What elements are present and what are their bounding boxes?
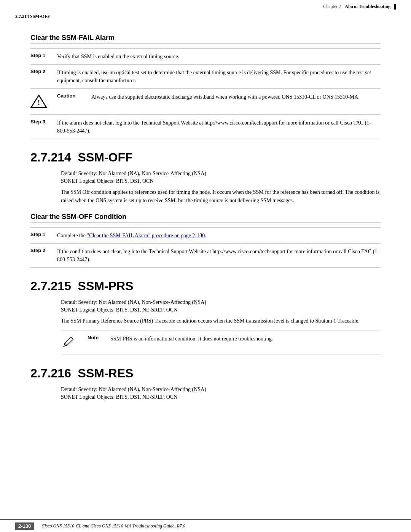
ssm-off-severity-1: Default Severity: Not Alarmed (NA), Non-… <box>61 171 381 177</box>
footer-text: Cisco ONS 15310-CL and Cisco ONS 15310-M… <box>41 523 185 529</box>
caution-row: ! Caution Always use the supplied electr… <box>30 89 381 115</box>
step-1-content: Verify that SSM is enabled on the extern… <box>57 49 381 65</box>
step-3-content: If the alarm does not clear, log into th… <box>57 115 381 139</box>
page-header: Chapter 2 Alarm Troubleshooting <box>0 0 411 12</box>
step-1-label: Step 1 <box>30 49 57 65</box>
svg-text:!: ! <box>38 99 40 107</box>
ssm-res-description-block: Default Severity: Not Alarmed (NA), Non-… <box>61 387 381 400</box>
table-row: Step 3 If the alarm does not clear, log … <box>30 115 381 139</box>
ssm-res-name: SSM-RES <box>78 366 134 380</box>
note-container: Note SSM-PRS is an informational conditi… <box>61 331 381 355</box>
ssm-prs-description-block: Default Severity: Not Alarmed (NA), Non-… <box>61 299 381 355</box>
page-footer: 2-130 Cisco ONS 15310-CL and Cisco ONS 1… <box>0 519 411 532</box>
ssm-prs-name: SSM-PRS <box>78 279 134 293</box>
header-title: Alarm Troubleshooting <box>345 4 390 10</box>
ssm-res-severity-2: SONET Logical Objects: BITS, DS1, NE-SRE… <box>61 394 381 400</box>
clear-ssm-fail-title: Clear the SSM-FAIL Alarm <box>30 34 381 44</box>
ssm-prs-severity-2: SONET Logical Objects: BITS, DS1, NE-SRE… <box>61 307 381 313</box>
ssm-off-severity-2: SONET Logical Objects: BITS, DS1, OCN <box>61 178 381 184</box>
ssm-off-num: 2.7.214 <box>30 150 71 164</box>
table-row: Step 1 Verify that SSM is enabled on the… <box>30 49 381 65</box>
step-2-label: Step 2 <box>30 65 57 89</box>
ssm-off-step-1-content: Complete the "Clear the SSM-FAIL Alarm" … <box>57 227 381 243</box>
ssm-off-description: The SSM Off condition applies to referen… <box>61 188 381 205</box>
ssm-off-step-2-label: Step 2 <box>30 243 57 267</box>
ssm-off-description-block: Default Severity: Not Alarmed (NA), Non-… <box>61 171 381 205</box>
caution-triangle-icon: ! <box>30 94 47 109</box>
table-row: Step 2 If timing is enabled, use an opti… <box>30 65 381 89</box>
caution-label: Caution <box>57 93 91 99</box>
header-chapter: Chapter 2 <box>323 4 341 10</box>
ssm-off-step-2-content: If the condition does not clear, log int… <box>57 243 381 267</box>
ssm-res-severity-1: Default Severity: Not Alarmed (NA), Non-… <box>61 387 381 393</box>
note-label: Note <box>88 335 110 340</box>
ssm-prs-description: The SSM Primary Reference Source (PRS) T… <box>61 317 381 325</box>
ssm-off-name: SSM-OFF <box>78 150 133 164</box>
clear-ssm-off-title: Clear the SSM-OFF Condition <box>30 213 381 223</box>
caution-container: ! Caution Always use the supplied electr… <box>30 89 381 115</box>
step-3-label: Step 3 <box>30 115 57 139</box>
step-text-before: Complete the <box>57 233 87 238</box>
main-content: Clear the SSM-FAIL Alarm Step 1 Verify t… <box>0 22 411 425</box>
ssm-off-step-1-label: Step 1 <box>30 227 57 243</box>
table-row: Step 1 Complete the "Clear the SSM-FAIL … <box>30 227 381 243</box>
footer-page-number: 2-130 <box>15 522 34 530</box>
ssm-prs-section-title: 2.7.215 SSM-PRS <box>30 279 381 293</box>
ssm-fail-procedure-link[interactable]: "Clear the SSM-FAIL Alarm" procedure on … <box>87 233 205 238</box>
step-2-content: If timing is enabled, use an optical tes… <box>57 65 381 89</box>
ssm-off-section-title: 2.7.214 SSM-OFF <box>30 150 381 165</box>
table-row: Step 2 If the condition does not clear, … <box>30 243 381 267</box>
note-pencil-icon <box>61 335 76 349</box>
ssm-prs-num: 2.7.215 <box>30 279 71 293</box>
ssm-off-steps-table: Step 1 Complete the "Clear the SSM-FAIL … <box>30 227 381 268</box>
ssm-res-section-title: 2.7.216 SSM-RES <box>30 366 381 380</box>
step-text-after: . <box>205 233 206 238</box>
note-text: SSM-PRS is an informational condition. I… <box>110 335 381 343</box>
breadcrumb: 2.7.214 SSM-OFF <box>0 12 411 22</box>
note-icon-wrap <box>61 335 88 351</box>
header-bar <box>394 4 396 10</box>
ssm-fail-steps-table: Step 1 Verify that SSM is enabled on the… <box>30 48 381 139</box>
ssm-res-num: 2.7.216 <box>30 366 71 380</box>
caution-text: Always use the supplied electrostatic di… <box>91 93 381 101</box>
caution-icon-wrap: ! <box>30 93 57 110</box>
ssm-prs-severity-1: Default Severity: Not Alarmed (NA), Non-… <box>61 299 381 305</box>
